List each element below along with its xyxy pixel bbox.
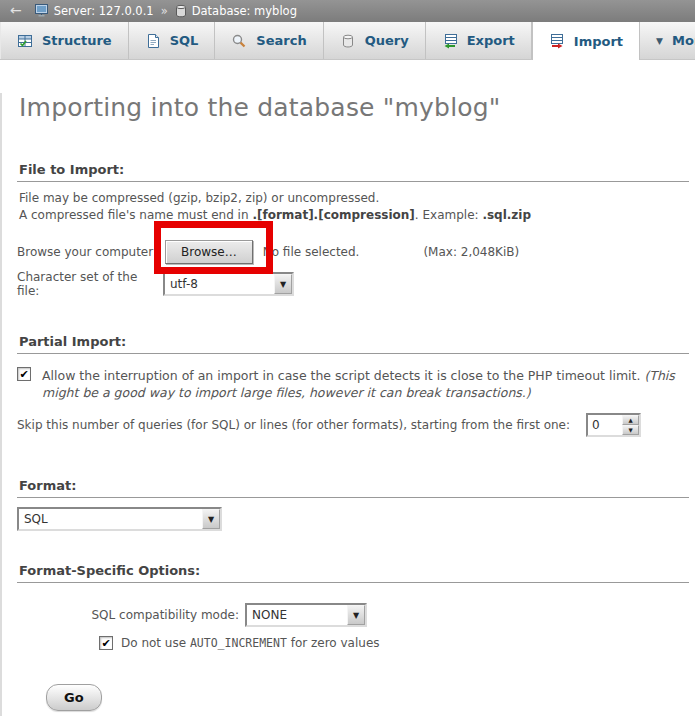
import-form: Importing into the database "myblog" Fil…: [0, 93, 695, 716]
tab-label: SQL: [170, 33, 199, 48]
browse-button[interactable]: Browse…: [165, 240, 253, 264]
structure-icon: [17, 33, 33, 49]
chevron-down-icon: ▼: [656, 36, 663, 46]
server-breadcrumb-bar: ← Server: 127.0.0.1 » Database: myblog: [0, 0, 695, 22]
breadcrumb-server-link[interactable]: Server: 127.0.0.1: [35, 4, 154, 18]
export-icon: [442, 33, 458, 49]
breadcrumb-separator: »: [161, 4, 168, 18]
browse-label: Browse your computer:: [17, 245, 165, 259]
format-specific-options-heading: Format-Specific Options:: [17, 563, 689, 583]
allow-interrupt-row: ✔ Allow the interruption of an import in…: [17, 367, 689, 401]
tab-export[interactable]: Export: [426, 22, 532, 59]
tab-query[interactable]: Query: [324, 22, 426, 59]
charset-label: Character set of the file:: [17, 270, 163, 298]
format-heading: Format:: [17, 478, 689, 498]
tab-sql[interactable]: SQL: [129, 22, 216, 59]
tab-label: Export: [467, 33, 515, 48]
tab-import[interactable]: Import: [532, 22, 640, 60]
dropdown-arrow-icon[interactable]: ▼: [347, 605, 365, 625]
breadcrumb-server-label: Server: 127.0.0.1: [54, 4, 154, 18]
search-icon: [231, 33, 247, 49]
partial-import-heading: Partial Import:: [17, 334, 689, 354]
tab-label: Query: [365, 33, 409, 48]
stepper-up-button[interactable]: ▲: [622, 415, 639, 425]
checkmark-icon: ✔: [101, 638, 110, 649]
skip-queries-row: Skip this number of queries (for SQL) or…: [17, 413, 689, 437]
allow-interrupt-text: Allow the interruption of an import in c…: [42, 367, 689, 401]
sql-file-icon: [145, 33, 161, 49]
dropdown-arrow-icon[interactable]: ▼: [274, 274, 292, 294]
tab-structure[interactable]: Structure: [0, 22, 129, 59]
auto-increment-checkbox[interactable]: ✔: [99, 636, 113, 650]
tab-label: More: [672, 33, 695, 48]
compression-info-line1: File may be compressed (gzip, bzip2, zip…: [19, 190, 689, 206]
charset-row: Character set of the file: utf-8 ▼: [17, 270, 689, 298]
tab-label: Search: [256, 33, 306, 48]
no-file-selected-text: No file selected.: [263, 245, 360, 259]
stepper-down-button[interactable]: ▼: [622, 425, 639, 435]
checkmark-icon: ✔: [19, 369, 28, 380]
auto-increment-text: Do not use AUTO_INCREMENT for zero value…: [121, 636, 380, 650]
auto-increment-row: ✔ Do not use AUTO_INCREMENT for zero val…: [17, 636, 689, 650]
dropdown-arrow-icon[interactable]: ▼: [202, 509, 220, 529]
format-row: SQL ▼: [17, 507, 689, 531]
sql-compat-selected-value: NONE: [247, 605, 347, 625]
import-icon: [549, 33, 565, 49]
skip-queries-input[interactable]: [588, 415, 622, 435]
tab-bar: Structure SQL Search Query Export: [0, 22, 695, 60]
tab-label: Structure: [42, 33, 112, 48]
page-title: Importing into the database "myblog": [19, 93, 689, 122]
query-database-icon: [340, 33, 356, 49]
format-select[interactable]: SQL ▼: [17, 507, 222, 531]
charset-select[interactable]: utf-8 ▼: [163, 272, 294, 296]
server-icon: [35, 4, 49, 18]
charset-selected-value: utf-8: [165, 274, 274, 294]
max-upload-size: (Max: 2,048KiB): [423, 245, 519, 259]
database-icon: [175, 4, 187, 18]
sql-compat-label: SQL compatibility mode:: [17, 608, 245, 622]
browse-row: Browse your computer: Browse… No file se…: [17, 240, 689, 264]
tab-label: Import: [574, 34, 623, 49]
tab-more[interactable]: ▼ More: [640, 22, 695, 59]
phpmyadmin-import-page: ← Server: 127.0.0.1 » Database: myblog S…: [0, 0, 695, 716]
back-arrow-icon[interactable]: ←: [8, 3, 28, 19]
sql-compat-select[interactable]: NONE ▼: [245, 603, 367, 627]
compression-info-line2: A compressed file's name must end in .[f…: [19, 207, 689, 223]
format-selected-value: SQL: [19, 509, 202, 529]
go-button[interactable]: Go: [46, 684, 102, 711]
breadcrumb-database-label: Database: myblog: [192, 4, 297, 18]
skip-queries-label: Skip this number of queries (for SQL) or…: [17, 418, 570, 432]
tab-search[interactable]: Search: [215, 22, 323, 59]
file-to-import-heading: File to Import:: [17, 162, 689, 182]
sql-compat-row: SQL compatibility mode: NONE ▼: [17, 603, 689, 627]
skip-queries-stepper: ▲ ▼: [586, 413, 641, 437]
allow-interrupt-checkbox[interactable]: ✔: [17, 367, 31, 381]
breadcrumb-database-link[interactable]: Database: myblog: [175, 4, 297, 18]
